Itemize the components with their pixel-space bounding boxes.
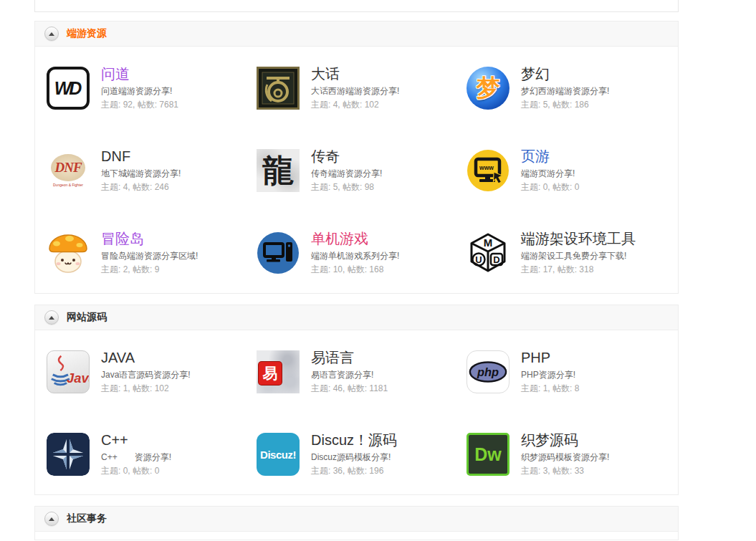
- svg-text:M: M: [484, 236, 493, 249]
- category-section-source-code: 网站源码 Java JAVA Java语言源码资源分享! 主题: 1, 帖数:: [34, 305, 679, 495]
- category-body: Java JAVA Java语言源码资源分享! 主题: 1, 帖数: 102 易…: [34, 330, 679, 495]
- mushroom-character-icon: [47, 231, 90, 274]
- forum-link-menghuan[interactable]: 梦幻: [521, 67, 550, 82]
- desktop-computer-icon: [257, 231, 300, 274]
- forum-item-discuz: Discuz! Discuz！源码 Discuz源码模板分享! 主题: 36, …: [245, 433, 455, 476]
- forum-item-dnf: DNF Dungeon & Fighter DNF 地下城端游资源分享! 主题:…: [35, 149, 245, 192]
- forum-stats: 主题: 3, 帖数: 33: [521, 466, 609, 476]
- svg-text:D: D: [493, 254, 499, 265]
- forum-item-maoxiandao: 冒险岛 冒险岛端游资源分享区域! 主题: 2, 帖数: 9: [35, 231, 245, 274]
- forum-link-zhimeng[interactable]: 织梦源码: [521, 433, 578, 448]
- forum-item-yeyou: www 页游 端游页游分享! 主题: 0, 帖数: 0: [455, 149, 665, 192]
- forum-description: 织梦源码模板资源分享!: [521, 452, 609, 462]
- collapse-arrow-icon: [49, 32, 54, 36]
- forum-description: 端游架设工具免费分享下载!: [521, 251, 636, 261]
- forum-link-dahua[interactable]: 大话: [311, 67, 340, 82]
- category-header: 社区事务: [34, 506, 679, 532]
- forum-link-java[interactable]: JAVA: [101, 350, 135, 365]
- forum-stats: 主题: 4, 帖数: 246: [101, 182, 181, 192]
- previous-category-panel: [34, 0, 679, 12]
- category-header: 网站源码: [34, 305, 679, 330]
- forum-link-danji[interactable]: 单机游戏: [311, 231, 368, 246]
- forum-stats: 主题: 0, 帖数: 0: [101, 466, 171, 476]
- cpp-forum-icon[interactable]: [47, 433, 90, 476]
- svg-text:U: U: [475, 254, 482, 265]
- mud-cube-icon: M U D: [466, 231, 509, 274]
- mud-cube-forum-icon[interactable]: M U D: [466, 231, 509, 274]
- forum-description: 地下城端游资源分享!: [101, 168, 181, 178]
- forum-item-dahua: 大话 大话西游端游资源分享! 主题: 4, 帖数: 102: [245, 67, 455, 110]
- yi-char: 易: [263, 363, 278, 383]
- yi-char-badge: 易: [259, 362, 282, 385]
- maoxiandao-forum-icon[interactable]: [47, 231, 90, 274]
- collapse-section-button[interactable]: [44, 310, 59, 325]
- wendao-logo-text: WD: [54, 78, 80, 99]
- category-body: [34, 532, 679, 540]
- danji-forum-icon[interactable]: [257, 231, 300, 274]
- forum-stats: 主题: 4, 帖数: 102: [311, 100, 399, 110]
- svg-text:php: php: [477, 365, 499, 378]
- forum-stats: 主题: 46, 帖数: 1181: [311, 383, 388, 393]
- forum-description: Java语言源码资源分享!: [101, 370, 191, 380]
- forum-description: 冒险岛端游资源分享区域!: [101, 251, 198, 261]
- forum-link-chuanqi[interactable]: 传奇: [311, 149, 340, 164]
- yeyou-forum-icon[interactable]: www: [466, 149, 509, 192]
- forum-item-php: php PHP PHP资源分享! 主题: 1, 帖数: 8: [455, 350, 665, 393]
- web-monitor-icon: www: [466, 149, 509, 192]
- svg-text:Java: Java: [67, 370, 89, 386]
- category-body: WD 问道 问道端游资源分享! 主题: 92, 帖数: 7681: [34, 47, 679, 294]
- forum-item-wendao: WD 问道 问道端游资源分享! 主题: 92, 帖数: 7681: [35, 67, 245, 110]
- forum-item-zhimeng: Dw 织梦源码 织梦源码模板资源分享! 主题: 3, 帖数: 33: [455, 433, 665, 476]
- category-title-link[interactable]: 网站源码: [67, 311, 107, 324]
- forum-description: Discuz源码模板分享!: [311, 452, 397, 462]
- forum-link-discuz[interactable]: Discuz！源码: [311, 433, 397, 448]
- php-logo-icon: php: [467, 351, 509, 393]
- forum-description: 传奇端游资源分享!: [311, 168, 382, 178]
- wendao-forum-icon[interactable]: WD: [47, 67, 90, 110]
- forum-description: 端游页游分享!: [521, 168, 579, 178]
- forum-link-dnf[interactable]: DNF: [101, 149, 130, 164]
- forum-item-yiyuyan: 易 易语言 易语言资源分享! 主题: 46, 帖数: 1181: [245, 350, 455, 393]
- dnf-forum-icon[interactable]: DNF Dungeon & Fighter: [47, 149, 90, 192]
- forum-stats: 主题: 10, 帖数: 168: [311, 264, 399, 274]
- forum-description: C++ 资源分享!: [101, 452, 171, 462]
- dragon-char: 龍: [262, 149, 294, 192]
- dnf-logo-subtext: Dungeon & Fighter: [53, 183, 83, 187]
- java-forum-icon[interactable]: Java: [47, 350, 90, 393]
- collapse-section-button[interactable]: [44, 512, 59, 526]
- zhimeng-dw-forum-icon[interactable]: Dw: [466, 433, 509, 476]
- forum-link-maoxiandao[interactable]: 冒险岛: [101, 231, 144, 246]
- forum-link-yiyuyan[interactable]: 易语言: [311, 350, 354, 365]
- forum-item-menghuan: 梦 梦幻 梦幻西游端游资源分享! 主题: 5, 帖数: 186: [455, 67, 665, 110]
- forum-link-mud-tools[interactable]: 端游架设环境工具: [521, 231, 636, 246]
- forum-stats: 主题: 0, 帖数: 0: [521, 182, 579, 192]
- dw-logo-text: Dw: [474, 444, 502, 465]
- dnf-logo-circle: DNF: [51, 154, 85, 181]
- yiyuyan-forum-icon[interactable]: 易: [257, 350, 300, 393]
- category-title-link[interactable]: 社区事务: [67, 512, 107, 525]
- forum-stats: 主题: 17, 帖数: 318: [521, 264, 636, 274]
- menghuan-forum-icon[interactable]: 梦: [466, 67, 509, 110]
- forum-description: PHP资源分享!: [521, 370, 579, 380]
- forum-link-php[interactable]: PHP: [521, 350, 550, 365]
- forum-description: 梦幻西游端游资源分享!: [521, 86, 609, 96]
- forum-link-yeyou[interactable]: 页游: [521, 149, 550, 164]
- forum-item-mud-tools: M U D 端游架设环境工具 端游架设工具免费分享下载! 主题: 17, 帖数:…: [455, 231, 665, 274]
- forum-item-java: Java JAVA Java语言源码资源分享! 主题: 1, 帖数: 102: [35, 350, 245, 393]
- dahua-forum-icon[interactable]: [257, 67, 300, 110]
- discuz-forum-icon[interactable]: Discuz!: [257, 433, 300, 476]
- category-title-link[interactable]: 端游资源: [67, 27, 107, 40]
- forum-stats: 主题: 5, 帖数: 186: [521, 100, 609, 110]
- category-header: 端游资源: [34, 21, 679, 47]
- forum-link-wendao[interactable]: 问道: [101, 67, 130, 82]
- forum-item-danji: 单机游戏 端游单机游戏系列分享! 主题: 10, 帖数: 168: [245, 231, 455, 274]
- forum-stats: 主题: 92, 帖数: 7681: [101, 100, 178, 110]
- php-forum-icon[interactable]: php: [466, 350, 509, 393]
- menghuan-char: 梦: [477, 72, 500, 105]
- dahua-emblem-icon: [257, 67, 300, 110]
- forum-link-cpp[interactable]: C++: [101, 433, 128, 448]
- forum-description: 端游单机游戏系列分享!: [311, 251, 399, 261]
- chuanqi-forum-icon[interactable]: 龍: [257, 149, 300, 192]
- collapse-arrow-icon: [49, 517, 54, 521]
- collapse-section-button[interactable]: [44, 27, 59, 41]
